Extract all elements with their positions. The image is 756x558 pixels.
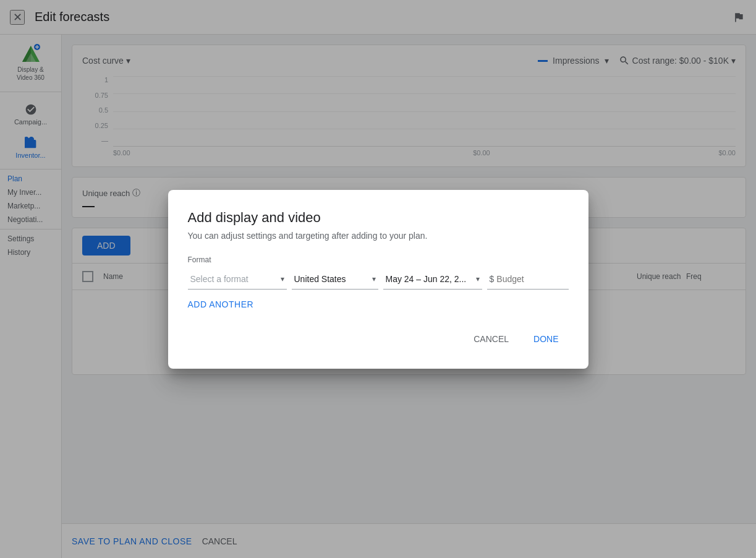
- budget-input[interactable]: [496, 274, 566, 284]
- modal-done-button[interactable]: DONE: [524, 329, 568, 349]
- modal-cancel-button[interactable]: CANCEL: [464, 329, 519, 349]
- modal-format-label: Format: [188, 255, 569, 264]
- modal-actions: CANCEL DONE: [188, 329, 569, 349]
- location-value: United States: [294, 274, 346, 284]
- location-chevron: ▾: [372, 275, 376, 283]
- budget-field[interactable]: $: [487, 269, 569, 290]
- location-select[interactable]: United States ▾: [292, 269, 378, 290]
- date-range-value: May 24 – Jun 22, 2...: [386, 274, 467, 284]
- date-range-select[interactable]: May 24 – Jun 22, 2... ▾: [383, 269, 482, 290]
- modal-title: Add display and video: [188, 210, 569, 226]
- modal-form-row: Select a format ▾ United States ▾ May 24…: [188, 269, 569, 290]
- add-display-video-modal: Add display and video You can adjust set…: [168, 190, 588, 369]
- add-another-button[interactable]: ADD ANOTHER: [188, 299, 254, 309]
- dollar-sign: $: [490, 274, 495, 284]
- modal-subtitle: You can adjust settings and targeting af…: [188, 231, 569, 241]
- format-chevron: ▾: [281, 275, 284, 283]
- format-select[interactable]: Select a format ▾: [188, 269, 287, 290]
- modal-overlay: Add display and video You can adjust set…: [0, 0, 756, 558]
- date-range-chevron: ▾: [476, 275, 480, 283]
- format-placeholder: Select a format: [190, 274, 248, 284]
